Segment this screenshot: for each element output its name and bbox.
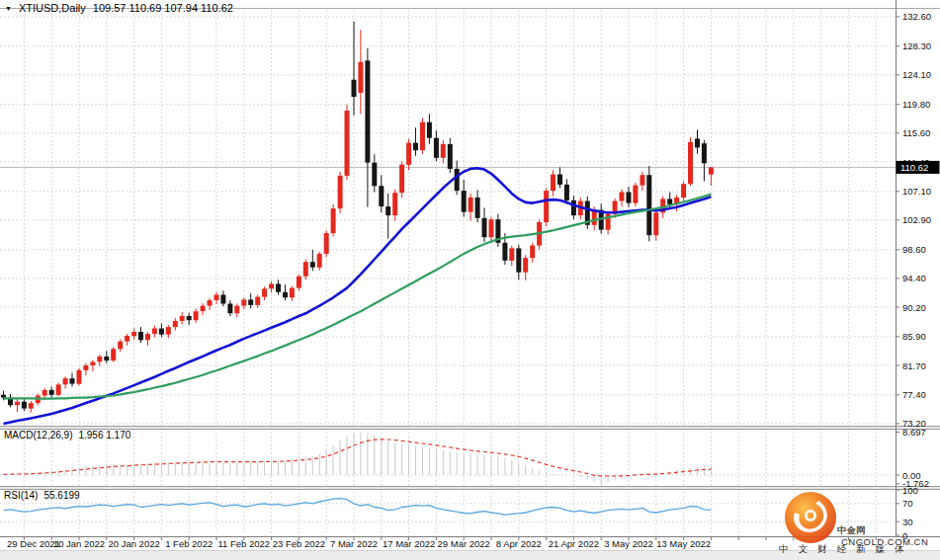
svg-text:8.697: 8.697 xyxy=(902,427,926,438)
svg-text:17 Mar 2022: 17 Mar 2022 xyxy=(383,538,435,549)
current-price-badge: 110.62 xyxy=(897,161,940,174)
collapse-arrow-icon: ▼ xyxy=(5,5,12,12)
watermark-brand: 中金网 xyxy=(837,524,866,535)
rsi-indicator-label: RSI(14) 55.6199 xyxy=(4,490,80,501)
svg-text:110.62: 110.62 xyxy=(900,162,928,173)
time-axis[interactable]: 29 Dec 202110 Jan 202220 Jan 20221 Feb 2… xyxy=(7,538,711,549)
svg-text:23 Feb 2022: 23 Feb 2022 xyxy=(273,538,325,549)
svg-text:94.40: 94.40 xyxy=(902,273,926,283)
svg-text:3 May 2022: 3 May 2022 xyxy=(604,538,653,549)
ohlc-values-label: 109.57 110.69 107.94 110.62 xyxy=(93,2,233,14)
watermark-tagline: 中文财经新媒体 xyxy=(779,543,914,554)
svg-text:102.90: 102.90 xyxy=(902,214,931,225)
macd-values: 1.956 1.170 xyxy=(78,430,130,440)
svg-text:0: 0 xyxy=(902,530,907,541)
svg-text:70: 70 xyxy=(902,498,913,509)
svg-text:98.60: 98.60 xyxy=(902,244,926,255)
svg-text:132.60: 132.60 xyxy=(902,11,931,22)
cngold-logo-icon xyxy=(785,492,836,543)
svg-text:124.10: 124.10 xyxy=(902,69,931,80)
svg-text:107.10: 107.10 xyxy=(902,186,931,197)
rsi-value: 55.6199 xyxy=(43,490,79,501)
svg-text:29 Mar 2022: 29 Mar 2022 xyxy=(438,538,490,549)
svg-text:30: 30 xyxy=(902,517,913,527)
macd-indicator-label: MACD(12,26,9) 1.956 1.170 xyxy=(4,430,130,440)
rsi-name: RSI(14) xyxy=(4,490,38,501)
svg-text:119.80: 119.80 xyxy=(902,99,930,110)
symbol-period-label: XTIUSD,Daily xyxy=(19,2,86,14)
svg-text:100: 100 xyxy=(902,485,918,496)
svg-text:1 Feb 2022: 1 Feb 2022 xyxy=(165,538,213,549)
svg-text:29 Dec 2021: 29 Dec 2021 xyxy=(7,538,60,549)
chart-title: ▼ XTIUSD,Daily 109.57 110.69 107.94 110.… xyxy=(5,1,233,15)
svg-text:13 May 2022: 13 May 2022 xyxy=(656,538,711,549)
svg-text:20 Jan 2022: 20 Jan 2022 xyxy=(108,538,159,549)
mt4-chart-window[interactable]: 中金网CNGOLD.COM.CN中文财经新媒体132.60128.30124.1… xyxy=(0,0,940,560)
svg-text:7 Mar 2022: 7 Mar 2022 xyxy=(330,538,378,549)
svg-text:85.90: 85.90 xyxy=(902,331,926,342)
svg-text:90.20: 90.20 xyxy=(902,302,926,313)
svg-text:77.40: 77.40 xyxy=(902,389,926,400)
svg-text:81.70: 81.70 xyxy=(902,360,926,371)
svg-text:10 Jan 2022: 10 Jan 2022 xyxy=(53,538,105,549)
svg-text:8 Apr 2022: 8 Apr 2022 xyxy=(496,538,542,549)
svg-text:115.60: 115.60 xyxy=(902,127,930,138)
svg-text:11 Feb 2022: 11 Feb 2022 xyxy=(217,538,270,549)
svg-text:21 Apr 2022: 21 Apr 2022 xyxy=(549,538,599,549)
chart-canvas[interactable]: 中金网CNGOLD.COM.CN中文财经新媒体132.60128.30124.1… xyxy=(0,0,940,560)
macd-name: MACD(12,26,9) xyxy=(4,430,72,440)
svg-text:128.30: 128.30 xyxy=(902,40,931,51)
